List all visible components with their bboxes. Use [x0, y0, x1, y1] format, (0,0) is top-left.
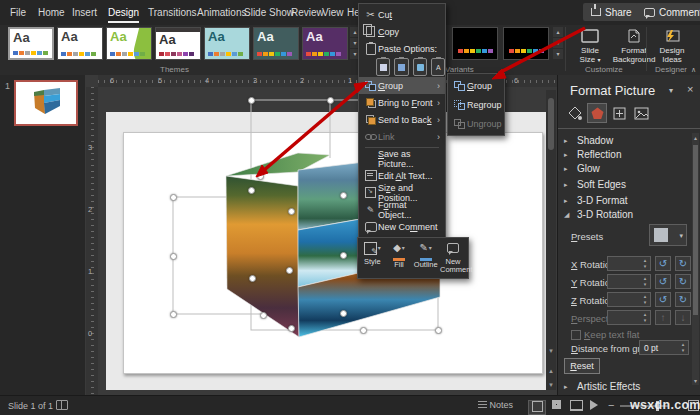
scrollbar-thumb[interactable] — [548, 98, 554, 150]
tab-size-properties[interactable] — [609, 103, 629, 123]
slide-1-thumbnail[interactable] — [14, 80, 78, 126]
menu-item-new-comment[interactable]: New Comment — [359, 218, 445, 235]
comments-button[interactable]: Comments — [636, 3, 700, 21]
variants-scroll-down-icon[interactable]: ▾ — [553, 38, 563, 48]
z-rotate-cw-button[interactable]: ↻ — [675, 292, 691, 307]
x-rotation-input[interactable]: ▴▾ — [607, 256, 651, 271]
ruler-number: 0 — [88, 329, 92, 338]
x-rotate-left-button[interactable]: ↺ — [655, 256, 671, 271]
new-comment-button[interactable]: New Comment — [440, 240, 466, 278]
menu-item-group[interactable]: Group › — [359, 77, 445, 94]
scroll-down-icon[interactable]: ▾ — [546, 345, 556, 356]
color-swatch — [226, 52, 231, 56]
y-rotate-up-button[interactable]: ↺ — [655, 274, 671, 289]
slide-sorter-view-button[interactable] — [548, 400, 564, 413]
tab-fill-line[interactable] — [565, 103, 585, 123]
color-swatch — [140, 52, 145, 56]
outline-button[interactable]: ✎▾ Outline — [413, 240, 438, 278]
tab-picture[interactable] — [631, 103, 651, 123]
reading-view-button[interactable] — [568, 400, 584, 413]
pane-scroll-down-icon[interactable]: ▾ — [692, 377, 699, 384]
section-soft-edges[interactable]: ▸Soft Edges — [564, 179, 626, 190]
pane-scrollbar-thumb[interactable] — [693, 145, 698, 315]
tab-file[interactable]: File — [6, 0, 30, 25]
share-button[interactable]: Share — [583, 3, 640, 21]
theme-thumbnail-office[interactable]: Aa — [8, 27, 54, 60]
theme-thumbnail-dots[interactable]: Aa — [204, 27, 250, 60]
y-rotate-down-button[interactable]: ↻ — [675, 274, 691, 289]
collapse-ribbon-icon[interactable]: ∧ — [691, 66, 696, 74]
presets-dropdown[interactable]: ▾ — [649, 224, 687, 246]
x-rotate-right-button[interactable]: ↻ — [675, 256, 691, 271]
z-rotate-ccw-button[interactable]: ↺ — [655, 292, 671, 307]
pane-scroll-up-icon[interactable]: ▴ — [692, 134, 699, 141]
menu-item-copy[interactable]: Copy — [359, 23, 445, 40]
theme-thumbnail-2[interactable]: Aa — [57, 27, 103, 60]
submenu-item-regroup[interactable]: Regroup — [448, 95, 504, 114]
color-swatch — [189, 52, 194, 56]
z-rotation-input[interactable]: ▴▾ — [607, 292, 651, 307]
color-swatch — [43, 51, 48, 55]
section-artistic-effects[interactable]: ▸Artistic Effects — [564, 381, 640, 392]
previous-slide-icon[interactable]: ▴ — [546, 365, 556, 376]
normal-view-button[interactable] — [528, 400, 546, 415]
menu-item-edit-alt-text[interactable]: Edit Alt Text... — [359, 167, 445, 184]
reset-button[interactable]: Reset — [564, 358, 600, 374]
paste-destination-theme-icon[interactable] — [376, 58, 390, 76]
section-3d-rotation[interactable]: ◢3-D Rotation — [564, 209, 633, 220]
notes-button[interactable]: Notes — [478, 400, 513, 410]
theme-thumbnail-4[interactable]: Aa — [155, 27, 201, 60]
tab-effects[interactable] — [587, 103, 607, 123]
slideshow-button[interactable] — [588, 400, 604, 413]
section-reflection[interactable]: ▸Reflection — [564, 149, 621, 160]
outline-label: Outline — [414, 260, 438, 269]
pane-scrollbar[interactable]: ▴ ▾ — [692, 133, 699, 385]
accessibility-icon[interactable] — [56, 400, 68, 410]
color-swatch — [134, 52, 139, 56]
variant-thumbnail-2[interactable] — [503, 27, 549, 60]
pane-options-icon[interactable]: ▾ — [669, 86, 673, 95]
variants-more-icon[interactable]: ▾ — [553, 49, 563, 59]
menu-item-save-as-picture[interactable]: Save as Picture... — [359, 150, 445, 167]
section-shadow[interactable]: ▸Shadow — [564, 135, 613, 146]
paste-keep-source-formatting-icon[interactable] — [394, 58, 408, 76]
menu-item-cut[interactable]: ✂ Cut — [359, 6, 445, 23]
next-slide-icon[interactable]: ▾ — [546, 379, 556, 390]
canvas-vertical-scrollbar[interactable]: ▾ ▴ ▾ — [546, 90, 556, 390]
tab-insert[interactable]: Insert — [68, 0, 101, 25]
submenu-item-group[interactable]: Group — [448, 76, 504, 95]
color-swatch — [330, 52, 335, 56]
variants-gallery-scroll[interactable]: ▴ ▾ ▾ — [553, 27, 563, 59]
tab-home[interactable]: Home — [34, 0, 69, 25]
theme-thumbnail-purple[interactable]: Aa — [302, 27, 348, 60]
menu-item-bring-to-front[interactable]: Bring to Front › — [359, 94, 445, 111]
menu-item-size-and-position[interactable]: Size and Position... — [359, 184, 445, 201]
color-swatch — [269, 52, 274, 56]
paste-picture-icon[interactable] — [413, 58, 427, 76]
theme-thumbnail-dark-teal[interactable]: Aa — [253, 27, 299, 60]
section-3d-format[interactable]: ▸3-D Format — [564, 195, 628, 206]
paste-text-only-icon[interactable] — [431, 58, 445, 76]
zoom-out-icon[interactable]: − — [608, 399, 614, 411]
color-swatch — [177, 52, 182, 56]
submenu-arrow-icon: › — [437, 81, 440, 91]
section-glow[interactable]: ▸Glow — [564, 163, 600, 174]
dropdown-caret-icon: ▾ — [679, 232, 683, 240]
variant-thumbnail-1[interactable] — [452, 27, 498, 60]
color-swatch — [61, 52, 66, 56]
distance-from-ground-input[interactable]: 0 pt ▴▾ — [639, 340, 689, 355]
menu-item-format-object[interactable]: ✎ Format Object... — [359, 201, 445, 218]
fill-button[interactable]: ◆▾ Fill — [387, 240, 412, 278]
color-swatch — [306, 52, 311, 56]
style-icon — [364, 242, 377, 255]
style-button[interactable]: ▾ Style — [360, 240, 385, 278]
variants-scroll-up-icon[interactable]: ▴ — [553, 27, 563, 37]
theme-aa: Aa — [159, 32, 176, 47]
slide-surface[interactable] — [123, 132, 543, 374]
tab-design[interactable]: Design — [104, 0, 143, 25]
y-rotation-input[interactable]: ▴▾ — [607, 274, 651, 289]
theme-thumbnail-facet[interactable]: Aa — [106, 27, 152, 60]
menu-item-send-to-back[interactable]: Send to Back › — [359, 111, 445, 128]
pane-close-icon[interactable]: × — [687, 83, 693, 95]
status-bar: Slide 1 of 1 Notes − — [0, 395, 700, 415]
